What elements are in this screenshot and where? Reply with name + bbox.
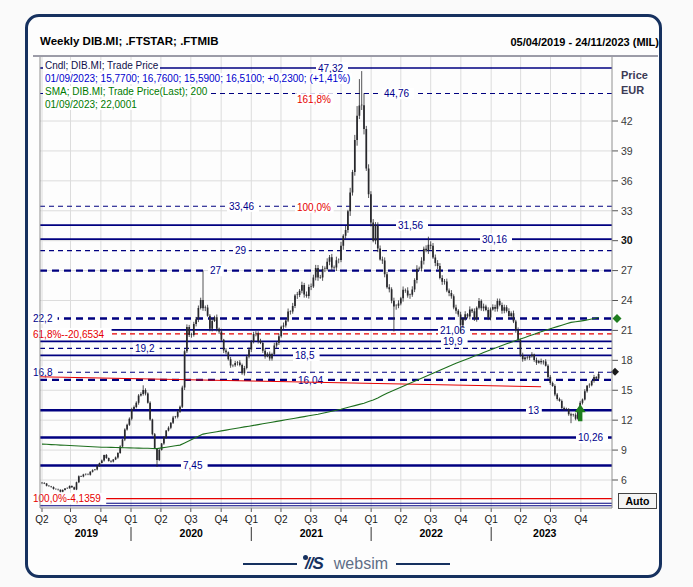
svg-text:6: 6 [621, 474, 627, 486]
svg-text:2019: 2019 [75, 527, 99, 539]
svg-text:21: 21 [621, 324, 633, 336]
svg-text:Q3: Q3 [544, 514, 558, 525]
svg-text:16,8: 16,8 [33, 367, 53, 378]
svg-text:31,56: 31,56 [398, 220, 423, 231]
legend-sma-value: 01/09/2023; 22,0001 [43, 99, 139, 110]
watermark-brand: websim [334, 555, 388, 573]
svg-text:16,04: 16,04 [298, 375, 323, 386]
legend-candle-values: 01/09/2023; 15,7700; 16,7600; 15,5900; 1… [43, 73, 352, 84]
svg-text:24: 24 [621, 294, 633, 306]
svg-text:Q1: Q1 [245, 514, 259, 525]
svg-text:Q4: Q4 [454, 514, 468, 525]
y-axis-title-price: Price [621, 68, 648, 83]
price-levels [40, 68, 612, 506]
svg-text:2021: 2021 [300, 527, 324, 539]
auto-scale-button[interactable]: Auto [618, 493, 657, 509]
svg-text:Q2: Q2 [274, 514, 288, 525]
svg-text:Q3: Q3 [304, 514, 318, 525]
svg-text:Q4: Q4 [334, 514, 348, 525]
svg-text:Q3: Q3 [64, 514, 78, 525]
watermark-left-rule [243, 563, 297, 565]
svg-text:Q2: Q2 [514, 514, 528, 525]
svg-text:15: 15 [621, 384, 633, 396]
svg-text:19,9: 19,9 [443, 336, 463, 347]
svg-text:30,16: 30,16 [482, 234, 507, 245]
y-axis-title: Price EUR [621, 68, 648, 98]
watermark-right-rule [396, 563, 450, 565]
grid [40, 57, 612, 508]
svg-text:2023: 2023 [533, 527, 557, 539]
date-range-label: 05/04/2019 - 24/11/2023 (MIL) [510, 36, 659, 48]
svg-text:161,8%: 161,8% [297, 94, 331, 105]
svg-text:Q2: Q2 [154, 514, 168, 525]
svg-text:Q1: Q1 [485, 514, 499, 525]
svg-text:18,5: 18,5 [295, 350, 315, 361]
svg-text:Q3: Q3 [424, 514, 438, 525]
svg-text:100,0%: 100,0% [297, 202, 331, 213]
watermark: //S websim [0, 551, 693, 574]
svg-text:10,26: 10,26 [578, 432, 603, 443]
svg-text:27: 27 [210, 265, 222, 276]
svg-text:27: 27 [621, 264, 633, 276]
svg-text:Q1: Q1 [124, 514, 138, 525]
svg-text:21,06: 21,06 [440, 325, 465, 336]
svg-text:13: 13 [528, 405, 540, 416]
svg-text:18: 18 [621, 354, 633, 366]
candles [42, 71, 599, 492]
x-axis: Q2Q3Q4Q1Q2Q3Q4Q1Q2Q3Q4Q1Q2Q3Q4Q1Q2Q3Q420… [35, 508, 588, 541]
svg-text:Q4: Q4 [214, 514, 228, 525]
svg-text:61,8%--20,6534: 61,8%--20,6534 [33, 329, 105, 340]
svg-text:22,2: 22,2 [33, 313, 53, 324]
svg-text:Q3: Q3 [184, 514, 198, 525]
websim-logo-icon: //S [305, 554, 323, 574]
legend-sma-series: SMA; DIB.MI; Trade Price(Last); 200 [43, 86, 209, 97]
legend-candle-series: Cndl; DIB.MI; Trade Price [43, 60, 160, 71]
svg-text:Q2: Q2 [394, 514, 408, 525]
svg-text:44,76: 44,76 [384, 88, 409, 99]
svg-text:36: 36 [621, 175, 633, 187]
svg-text:2020: 2020 [180, 527, 204, 539]
svg-text:100,0%-4,1359: 100,0%-4,1359 [33, 493, 101, 504]
svg-text:Q4: Q4 [94, 514, 108, 525]
plot-border [33, 56, 658, 508]
y-axis: 423936333027242118151296 [612, 115, 633, 486]
svg-text:12: 12 [621, 414, 633, 426]
svg-text:30: 30 [621, 234, 633, 246]
svg-text:33,46: 33,46 [229, 201, 254, 212]
svg-text:Q2: Q2 [35, 514, 49, 525]
svg-text:39: 39 [621, 145, 633, 157]
app-window: 47,3244,7633,4631,5630,16292722,221,0661… [0, 0, 693, 587]
svg-text:Q4: Q4 [574, 514, 588, 525]
svg-text:9: 9 [621, 444, 627, 456]
svg-text:33: 33 [621, 205, 633, 217]
y-axis-title-eur: EUR [621, 83, 648, 98]
svg-text:19,2: 19,2 [135, 343, 155, 354]
svg-text:7,45: 7,45 [183, 460, 203, 471]
page-title: Weekly DIB.MI; .FTSTAR; .FTMIB [40, 35, 218, 47]
svg-text:2022: 2022 [419, 527, 443, 539]
svg-text:42: 42 [621, 115, 633, 127]
red-trendline [40, 377, 541, 387]
svg-text:Q1: Q1 [364, 514, 378, 525]
svg-text:29: 29 [235, 245, 247, 256]
